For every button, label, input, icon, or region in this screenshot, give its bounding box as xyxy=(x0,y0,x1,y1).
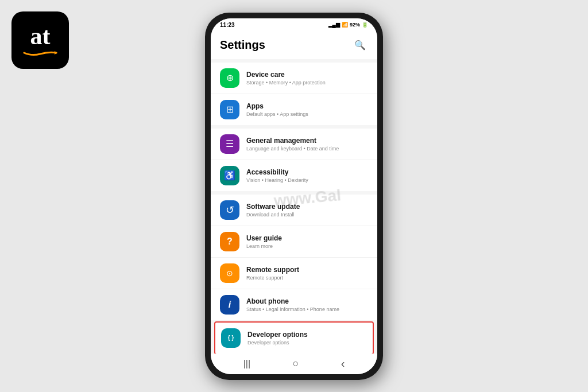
developer-options-text: Developer options Developer options xyxy=(247,331,367,346)
about-phone-text: About phone Status • Legal information •… xyxy=(246,297,368,312)
user-guide-text: User guide Learn more xyxy=(246,234,368,249)
logo-at-text: at xyxy=(30,24,51,48)
nav-recents-icon[interactable]: ||| xyxy=(243,359,250,369)
settings-item-about-phone[interactable]: i About phone Status • Legal information… xyxy=(211,289,377,320)
remote-support-icon: ⊙ xyxy=(220,263,239,283)
settings-item-device-care[interactable]: ⊕ Device care Storage • Memory • App pro… xyxy=(211,63,377,94)
remote-support-subtitle: Remote support xyxy=(246,275,368,281)
settings-title: Settings xyxy=(220,38,265,52)
remote-support-text: Remote support Remote support xyxy=(246,266,368,281)
svg-marker-0 xyxy=(55,51,57,55)
status-time: 11:23 xyxy=(220,22,235,28)
status-icons: ▂▄▆ 📶 92% 🔋 xyxy=(328,22,368,28)
amazon-arrow-icon xyxy=(23,49,57,56)
user-guide-title: User guide xyxy=(246,234,368,242)
search-icon: 🔍 xyxy=(354,40,366,51)
settings-group-2: ☰ General management Language and keyboa… xyxy=(211,129,377,191)
user-guide-icon: ? xyxy=(220,232,239,251)
remote-support-title: Remote support xyxy=(246,266,368,274)
settings-item-accessibility[interactable]: ♿ Accessibility Vision • Hearing • Dexte… xyxy=(211,160,377,191)
settings-group-1: ⊕ Device care Storage • Memory • App pro… xyxy=(211,63,377,125)
nav-bar: ||| ○ ‹ xyxy=(211,354,377,374)
phone-screen: 11:23 ▂▄▆ 📶 92% 🔋 Settings 🔍 ⊕ xyxy=(211,18,377,374)
software-update-icon: ↺ xyxy=(220,200,239,220)
amazon-logo: at xyxy=(11,11,69,69)
developer-options-icon: { } xyxy=(221,328,241,348)
nav-back-icon[interactable]: ‹ xyxy=(341,357,345,370)
about-phone-icon: i xyxy=(220,295,239,315)
phone-frame: 11:23 ▂▄▆ 📶 92% 🔋 Settings 🔍 ⊕ xyxy=(205,13,383,380)
general-management-subtitle: Language and keyboard • Date and time xyxy=(246,146,368,152)
accessibility-icon: ♿ xyxy=(220,166,239,185)
settings-item-user-guide[interactable]: ? User guide Learn more xyxy=(211,226,377,258)
general-management-icon: ☰ xyxy=(220,134,239,154)
device-care-subtitle: Storage • Memory • App protection xyxy=(246,80,368,86)
wifi-icon: 📶 xyxy=(342,22,348,28)
device-care-text: Device care Storage • Memory • App prote… xyxy=(246,71,368,86)
accessibility-title: Accessibility xyxy=(246,168,368,176)
nav-home-icon[interactable]: ○ xyxy=(292,358,299,370)
software-update-text: Software update Download and Install xyxy=(246,203,368,218)
battery-icon: 🔋 xyxy=(362,22,368,28)
settings-item-software-update[interactable]: ↺ Software update Download and Install xyxy=(211,195,377,226)
developer-options-highlight[interactable]: { } Developer options Developer options xyxy=(214,321,374,354)
apps-title: Apps xyxy=(246,102,368,110)
settings-item-remote-support[interactable]: ⊙ Remote support Remote support xyxy=(211,258,377,289)
user-guide-subtitle: Learn more xyxy=(246,243,368,249)
device-care-icon: ⊕ xyxy=(220,68,239,88)
software-update-title: Software update xyxy=(246,203,368,211)
developer-options-title: Developer options xyxy=(247,331,367,339)
apps-icon: ⊞ xyxy=(220,100,239,119)
developer-options-subtitle: Developer options xyxy=(247,340,367,346)
battery-text: 92% xyxy=(350,22,360,28)
settings-item-general-management[interactable]: ☰ General management Language and keyboa… xyxy=(211,129,377,160)
search-button[interactable]: 🔍 xyxy=(352,37,368,53)
settings-item-developer-options[interactable]: { } Developer options Developer options xyxy=(215,323,373,354)
general-management-text: General management Language and keyboard… xyxy=(246,137,368,152)
software-update-subtitle: Download and Install xyxy=(246,212,368,218)
settings-header: Settings 🔍 xyxy=(211,30,377,59)
settings-content: Settings 🔍 ⊕ Device care Storage • Memor… xyxy=(211,30,377,354)
device-care-title: Device care xyxy=(246,71,368,79)
settings-item-apps[interactable]: ⊞ Apps Default apps • App settings xyxy=(211,94,377,125)
about-phone-subtitle: Status • Legal information • Phone name xyxy=(246,306,368,312)
status-bar: 11:23 ▂▄▆ 📶 92% 🔋 xyxy=(211,18,377,30)
about-phone-title: About phone xyxy=(246,297,368,305)
accessibility-text: Accessibility Vision • Hearing • Dexteri… xyxy=(246,168,368,183)
accessibility-subtitle: Vision • Hearing • Dexterity xyxy=(246,177,368,183)
signal-icon: ▂▄▆ xyxy=(328,22,340,28)
apps-text: Apps Default apps • App settings xyxy=(246,102,368,117)
settings-group-3: ↺ Software update Download and Install ?… xyxy=(211,195,377,320)
apps-subtitle: Default apps • App settings xyxy=(246,111,368,117)
general-management-title: General management xyxy=(246,137,368,145)
